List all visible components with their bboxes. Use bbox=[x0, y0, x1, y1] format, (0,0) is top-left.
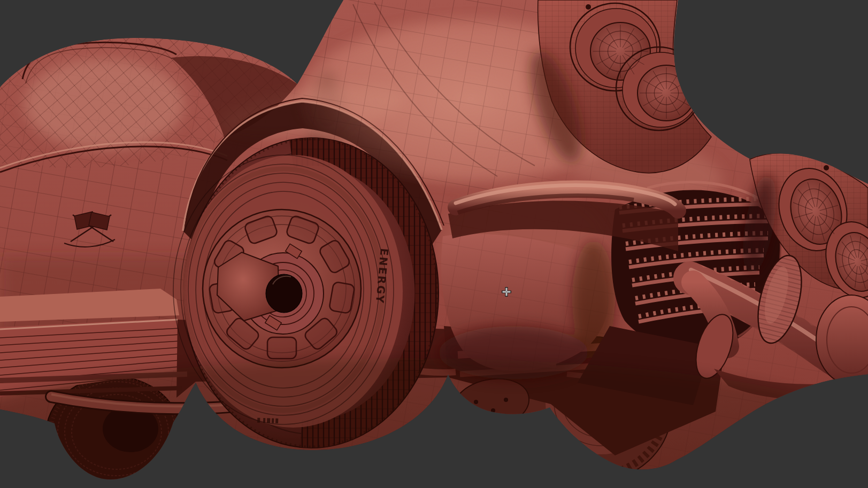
wheel-cover-slot bbox=[329, 282, 355, 314]
pod-vent-hole bbox=[824, 165, 829, 171]
3d-viewport[interactable]: CORVETTE bbox=[0, 0, 868, 488]
spinner-lens bbox=[266, 274, 302, 313]
viewport-canvas[interactable]: CORVETTE bbox=[0, 0, 868, 488]
pod-vent-hole bbox=[586, 4, 591, 10]
wheel-cover-slot bbox=[267, 337, 296, 359]
cursor-center bbox=[506, 291, 508, 293]
